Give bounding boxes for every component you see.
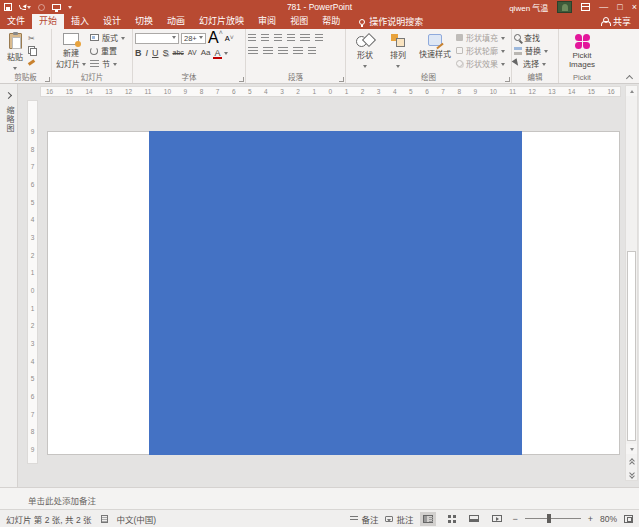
underline-button[interactable]: U	[152, 48, 159, 58]
tell-me-search[interactable]: 操作说明搜索	[359, 14, 423, 29]
start-slideshow-icon[interactable]	[52, 4, 61, 10]
bold-button[interactable]: B	[135, 48, 142, 58]
pickit-images-button[interactable]: Pickit Images	[561, 31, 603, 69]
vertical-scrollbar[interactable]	[625, 85, 638, 481]
notes-placeholder[interactable]: 单击此处添加备注	[28, 494, 96, 506]
ribbon-tab[interactable]: 开始	[32, 14, 64, 29]
replace-button[interactable]: 替换	[514, 44, 556, 57]
shape-effects-button[interactable]: 形状效果	[456, 57, 505, 70]
ribbon-tab[interactable]: 文件	[0, 14, 32, 29]
zoom-in-button[interactable]: +	[588, 514, 593, 524]
ruler-number: 0	[31, 287, 35, 294]
layout-button[interactable]: 版式	[90, 31, 125, 44]
dialog-launcher-icon[interactable]	[45, 77, 50, 82]
undo-button[interactable]	[19, 3, 31, 11]
dialog-launcher-icon[interactable]	[239, 77, 244, 82]
copy-button[interactable]	[28, 46, 36, 54]
slide-sorter-view-button[interactable]	[443, 512, 459, 526]
next-slide-button[interactable]	[626, 469, 637, 481]
expand-thumbnails-icon[interactable]	[5, 92, 12, 99]
zoom-level[interactable]: 80%	[600, 514, 617, 524]
paste-button[interactable]: 粘贴	[2, 31, 28, 72]
chevron-down-icon	[396, 65, 400, 70]
ribbon-tab[interactable]: 审阅	[251, 14, 283, 29]
dialog-launcher-icon[interactable]	[505, 77, 510, 82]
font-size-combobox[interactable]: 28+	[181, 33, 206, 44]
decrease-font-button[interactable]: A˅	[225, 34, 234, 43]
collapse-ribbon-button[interactable]	[626, 73, 633, 80]
ribbon-tab[interactable]: 插入	[64, 14, 96, 29]
text-direction-button[interactable]	[315, 34, 323, 41]
arrange-button[interactable]: 排列	[382, 31, 414, 70]
find-button[interactable]: 查找	[514, 31, 556, 44]
minimize-button[interactable]: —	[599, 0, 608, 14]
share-button[interactable]: 共享	[601, 14, 631, 29]
maximize-button[interactable]: □	[617, 0, 622, 14]
comments-toggle-button[interactable]: 批注	[385, 513, 413, 525]
customize-qat-icon[interactable]	[68, 6, 72, 11]
normal-view-button[interactable]	[420, 512, 436, 526]
increase-font-button[interactable]: A˄	[208, 29, 223, 47]
shape-fill-button[interactable]: 形状填充	[456, 31, 505, 44]
shapes-button[interactable]: 形状	[348, 31, 382, 70]
slideshow-view-button[interactable]	[489, 512, 505, 526]
language-indicator[interactable]: 中文(中国)	[117, 513, 157, 525]
vertical-ruler[interactable]: 9876543210123456789	[27, 100, 38, 464]
font-color-button[interactable]: A	[214, 48, 220, 58]
decrease-indent-button[interactable]	[274, 34, 282, 41]
strikethrough-button[interactable]: abc	[173, 49, 184, 56]
text-shadow-button[interactable]: S	[163, 48, 169, 58]
quick-styles-button[interactable]: 快速样式	[414, 31, 456, 70]
cut-button[interactable]: ✂	[28, 34, 36, 43]
zoom-slider[interactable]	[525, 518, 581, 519]
shape-outline-button[interactable]: 形状轮廓	[456, 44, 505, 57]
numbering-button[interactable]	[261, 34, 269, 41]
format-painter-button[interactable]	[28, 57, 36, 65]
notes-pane[interactable]: 单击此处添加备注	[0, 487, 639, 509]
character-spacing-button[interactable]: AV	[188, 49, 197, 56]
fit-slide-to-window-button[interactable]	[624, 515, 633, 523]
ribbon-display-options-button[interactable]	[581, 3, 590, 11]
account-name[interactable]: qiwen 气温	[509, 2, 548, 13]
horizontal-ruler[interactable]: 1615141312111098765432101234567891011121…	[40, 86, 621, 97]
ribbon-tab[interactable]: 视图	[283, 14, 315, 29]
close-button[interactable]: ×	[632, 0, 637, 14]
scroll-down-button[interactable]	[626, 444, 637, 454]
previous-slide-button[interactable]	[626, 456, 637, 468]
ribbon-tab[interactable]: 帮助	[315, 14, 347, 29]
bullets-button[interactable]	[248, 34, 256, 41]
ribbon-tab[interactable]: 设计	[96, 14, 128, 29]
thumbnail-pane-collapsed[interactable]: 缩略图	[0, 84, 18, 487]
justify-button[interactable]	[293, 47, 303, 54]
zoom-out-button[interactable]: −	[512, 514, 517, 524]
scroll-up-button[interactable]	[626, 86, 637, 96]
align-left-button[interactable]	[248, 47, 258, 54]
ribbon-tab[interactable]: 动画	[160, 14, 192, 29]
align-center-button[interactable]	[263, 47, 273, 54]
slide-canvas[interactable]	[47, 131, 620, 455]
save-icon[interactable]	[4, 3, 12, 11]
ribbon-tab[interactable]: 切换	[128, 14, 160, 29]
slide-shape-rectangle[interactable]	[149, 131, 522, 455]
reset-button[interactable]: 重置	[90, 44, 125, 57]
columns-button[interactable]	[308, 47, 316, 54]
font-name-combobox[interactable]	[135, 33, 179, 44]
slide-counter[interactable]: 幻灯片 第 2 张, 共 2 张	[6, 513, 92, 525]
dialog-launcher-icon[interactable]	[339, 77, 344, 82]
section-button[interactable]: 节	[90, 57, 125, 70]
ribbon-tab[interactable]: 幻灯片放映	[192, 14, 251, 29]
scrollbar-thumb[interactable]	[627, 251, 636, 441]
change-case-button[interactable]: Aa	[201, 48, 211, 57]
reading-view-button[interactable]	[466, 512, 482, 526]
increase-indent-button[interactable]	[287, 34, 295, 41]
select-button[interactable]: 选择	[514, 57, 556, 70]
avatar[interactable]	[557, 1, 572, 13]
notes-toggle-button[interactable]: 备注	[350, 513, 378, 525]
zoom-slider-thumb[interactable]	[547, 514, 551, 523]
italic-button[interactable]: I	[146, 48, 149, 58]
accessibility-icon[interactable]	[101, 515, 108, 523]
align-right-button[interactable]	[278, 47, 288, 54]
line-spacing-button[interactable]	[300, 34, 310, 41]
new-slide-button[interactable]: 新建 幻灯片	[54, 31, 88, 70]
redo-icon[interactable]	[38, 4, 45, 11]
